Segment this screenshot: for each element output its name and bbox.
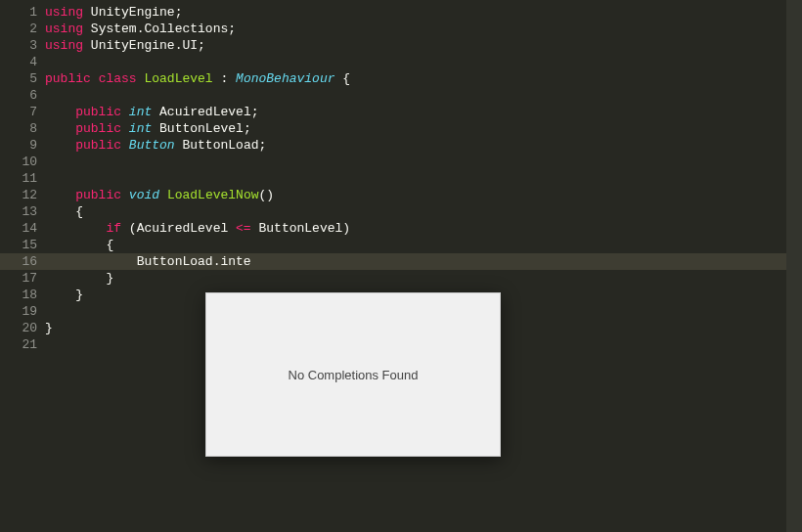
code-line: 1 using UnityEngine;	[0, 4, 802, 21]
line-number: 2	[0, 21, 45, 37]
code-line: 15 {	[0, 237, 802, 253]
line-number: 4	[0, 54, 45, 70]
line-number: 15	[0, 237, 45, 253]
code-line: 14 if (AcuiredLevel <= ButtonLevel)	[0, 220, 802, 237]
scrollbar-vertical[interactable]	[786, 0, 802, 532]
code-line: 5 public class LoadLevel : MonoBehaviour…	[0, 70, 802, 87]
line-number: 5	[0, 70, 45, 87]
line-number: 6	[0, 87, 45, 104]
line-number: 8	[0, 120, 45, 137]
line-number: 19	[0, 303, 45, 320]
code-line: 17 }	[0, 270, 802, 287]
line-number: 1	[0, 4, 45, 21]
line-number: 18	[0, 287, 45, 303]
code-line: 4	[0, 54, 802, 70]
code-line: 13 {	[0, 203, 802, 220]
line-number: 7	[0, 104, 45, 120]
line-number: 14	[0, 220, 45, 237]
code-line-current: 16 ButtonLoad.inte	[0, 253, 802, 270]
code-line: 2 using System.Collections;	[0, 21, 802, 37]
line-number: 10	[0, 154, 45, 170]
code-line: 6	[0, 87, 802, 104]
line-number: 9	[0, 137, 45, 154]
line-number: 12	[0, 187, 45, 203]
line-number: 20	[0, 320, 45, 336]
code-line: 9 public Button ButtonLoad;	[0, 137, 802, 154]
line-number: 16	[0, 253, 45, 270]
line-number: 11	[0, 170, 45, 187]
code-line: 12 public void LoadLevelNow()	[0, 187, 802, 203]
line-number: 13	[0, 203, 45, 220]
completion-message: No Completions Found	[289, 368, 419, 382]
code-line: 7 public int AcuiredLevel;	[0, 104, 802, 120]
code-line: 10	[0, 154, 802, 170]
line-number: 21	[0, 336, 45, 353]
line-number: 3	[0, 37, 45, 54]
code-line: 3 using UnityEngine.UI;	[0, 37, 802, 54]
code-line: 11	[0, 170, 802, 187]
code-line: 8 public int ButtonLevel;	[0, 120, 802, 137]
completion-popup[interactable]: No Completions Found	[205, 292, 501, 457]
line-number: 17	[0, 270, 45, 287]
